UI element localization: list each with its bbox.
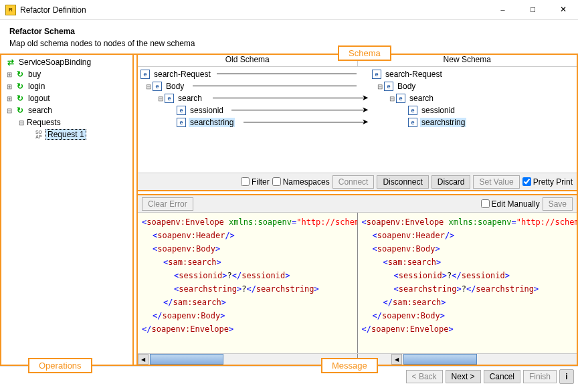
tree-label-logout: logout <box>27 94 52 103</box>
element-icon: e <box>165 94 174 103</box>
element-icon: e <box>140 70 150 79</box>
operation-icon <box>15 93 25 104</box>
scroll-left-icon[interactable]: ◀ <box>391 354 402 365</box>
scrollbar-thumb[interactable] <box>403 354 477 365</box>
expand-icon[interactable]: ⊞ <box>5 94 13 102</box>
element-icon: e <box>396 94 405 103</box>
tree-label-requests: Requests <box>25 118 62 127</box>
schema-node[interactable]: e sessionid <box>139 104 356 116</box>
node-label: Body <box>165 82 185 91</box>
tree-item-logout[interactable]: ⊞ logout <box>3 92 131 104</box>
filter-label: Filter <box>252 177 270 187</box>
connect-button[interactable]: Connect <box>332 175 375 189</box>
schema-node[interactable]: e searchstring <box>359 116 575 128</box>
node-label: sessionid <box>189 106 225 115</box>
clear-error-button[interactable]: Clear Error <box>142 197 193 211</box>
namespaces-label: Namespaces <box>283 177 330 187</box>
back-button[interactable]: < Back <box>406 370 443 383</box>
tree-item-login[interactable]: ⊞ login <box>3 80 131 92</box>
discard-button[interactable]: Discard <box>431 175 471 189</box>
element-icon: e <box>177 118 186 127</box>
new-schema-tree: e search-Request ⊟ e Body ⊟ e search e <box>357 67 577 173</box>
window-title: Refactor Definition <box>20 5 488 15</box>
element-icon: e <box>372 70 381 79</box>
save-button[interactable]: Save <box>543 197 573 211</box>
schema-node[interactable]: ⊟ e search <box>139 92 356 104</box>
filter-checkbox[interactable]: Filter <box>241 177 270 187</box>
wizard-title: Refactor Schema <box>9 27 569 36</box>
element-icon: e <box>408 118 417 127</box>
titlebar: R Refactor Definition – □ ✕ <box>0 0 578 20</box>
schema-node[interactable]: e search-Request <box>139 68 356 80</box>
close-button[interactable]: ✕ <box>548 0 578 19</box>
schema-node[interactable]: ⊟ e search <box>359 92 575 104</box>
tree-item-request1[interactable]: SOAP Request 1 <box>3 128 131 140</box>
tree-root[interactable]: ServiceSoapBinding <box>3 56 131 68</box>
collapse-icon[interactable]: ⊟ <box>5 106 13 114</box>
element-icon: e <box>153 82 162 91</box>
operation-icon <box>15 69 25 80</box>
horizontal-scrollbar[interactable]: ◀ <box>358 354 577 365</box>
prettyprint-checkbox[interactable]: Pretty Print <box>522 177 573 187</box>
disconnect-button[interactable]: Disconnect <box>377 175 428 189</box>
next-button[interactable]: Next > <box>446 370 481 383</box>
message-panel: Clear Error Edit Manually Save <soapenv:… <box>138 194 577 365</box>
schema-node[interactable]: ⊟ e Body <box>139 80 356 92</box>
schema-node[interactable]: ⊟ e Body <box>359 80 575 92</box>
expand-icon[interactable]: ⊞ <box>5 82 13 90</box>
tree-label-search: search <box>27 106 54 115</box>
node-label: search-Request <box>153 70 212 79</box>
tree-label-request1: Request 1 <box>45 129 86 140</box>
namespaces-checkbox[interactable]: Namespaces <box>272 177 330 187</box>
schema-node[interactable]: e search-Request <box>359 68 575 80</box>
maximize-button[interactable]: □ <box>518 0 548 19</box>
element-icon: e <box>177 106 186 115</box>
minimize-button[interactable]: – <box>488 0 518 19</box>
schema-node[interactable]: e sessionid <box>359 104 575 116</box>
prettyprint-label: Pretty Print <box>533 177 573 187</box>
finish-button[interactable]: Finish <box>523 370 557 383</box>
cancel-button[interactable]: Cancel <box>484 370 520 383</box>
scroll-left-icon[interactable]: ◀ <box>138 354 149 365</box>
collapse-icon[interactable]: ⊟ <box>376 82 384 90</box>
node-label: searchstring <box>420 118 466 127</box>
old-schema-tree: e search-Request ⊟ e Body ⊟ e search e <box>138 67 357 173</box>
annotation-schema: Schema <box>338 45 391 61</box>
annotation-operations: Operations <box>28 358 92 373</box>
wizard-header: Refactor Schema Map old schema nodes to … <box>0 20 578 54</box>
node-label: Body <box>396 82 417 91</box>
tree-item-search[interactable]: ⊟ search <box>3 104 131 116</box>
node-label: search-Request <box>384 70 444 79</box>
operation-icon <box>15 81 25 92</box>
schema-node[interactable]: e searchstring <box>139 116 356 128</box>
node-label: searchstring <box>189 118 235 127</box>
node-label: search <box>177 94 203 103</box>
expand-icon[interactable]: ⊞ <box>5 70 13 78</box>
wizard-subtitle: Map old schema nodes to nodes of the new… <box>9 39 569 48</box>
element-icon: e <box>408 106 417 115</box>
collapse-icon[interactable]: ⊟ <box>157 94 165 102</box>
collapse-icon[interactable]: ⊟ <box>388 94 396 102</box>
annotation-message: Message <box>321 358 378 373</box>
tree-item-buy[interactable]: ⊞ buy <box>3 68 131 80</box>
soap-icon: SOAP <box>33 129 44 140</box>
edit-manually-label: Edit Manually <box>492 199 540 209</box>
app-icon: R <box>5 5 16 15</box>
collapse-icon[interactable]: ⊟ <box>144 82 153 90</box>
collapse-icon[interactable]: ⊟ <box>17 118 25 126</box>
tree-label-buy: buy <box>27 70 42 79</box>
old-xml-view: <soapenv:Envelope xmlns:soapenv="http://… <box>138 213 358 353</box>
tree-item-requests[interactable]: ⊟ Requests <box>3 116 131 128</box>
tree-root-label: ServiceSoapBinding <box>17 58 92 67</box>
element-icon: e <box>384 82 393 91</box>
binding-icon <box>5 57 16 68</box>
schema-panel: Old Schema New Schema ➤ ➤ ➤ e search-Req… <box>138 55 577 191</box>
info-button[interactable]: i <box>559 369 574 384</box>
edit-manually-checkbox[interactable]: Edit Manually <box>481 199 540 209</box>
node-label: search <box>408 94 435 103</box>
node-label: sessionid <box>420 106 456 115</box>
old-schema-header: Old Schema <box>138 55 358 66</box>
setvalue-button[interactable]: Set Value <box>473 175 519 189</box>
scrollbar-thumb[interactable] <box>150 354 223 365</box>
operation-icon <box>15 105 25 116</box>
